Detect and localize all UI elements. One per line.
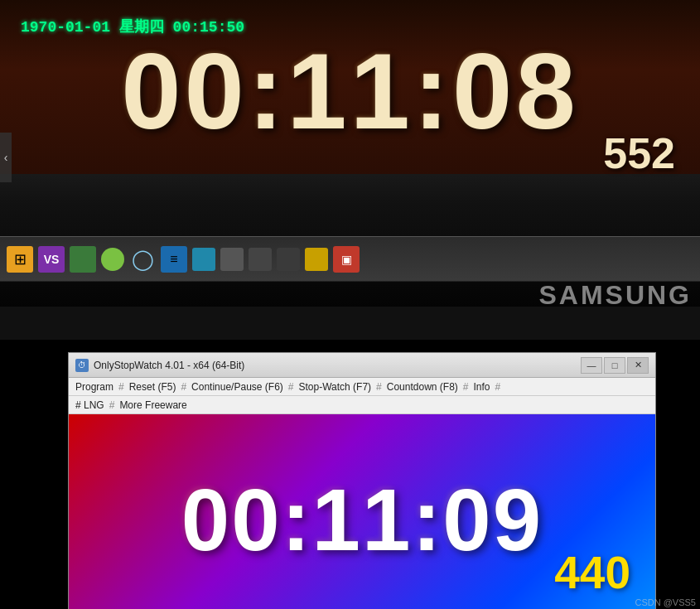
taskbar-icon-teal[interactable] [192, 248, 215, 271]
taskbar-icon-file[interactable]: ≡ [161, 246, 187, 273]
taskbar-icon-green[interactable] [70, 246, 96, 273]
window-app-icon: ⏱ [75, 359, 89, 372]
camera-time-display: 00:11:08 [8, 37, 692, 145]
window-title: OnlyStopWatch 4.01 - x64 (64-Bit) [94, 360, 581, 371]
taskbar-icon-circle[interactable]: ◯ [129, 246, 156, 273]
taskbar-icon-lime[interactable] [101, 248, 124, 271]
menu-sep-4: # [374, 381, 384, 393]
samsung-label: SAMSUNG [538, 280, 692, 311]
menu-info[interactable]: Info [471, 379, 494, 394]
menu-freeware[interactable]: More Freeware [116, 398, 190, 413]
menu-bar: Program # Reset (F5) # Continue/Pause (F… [69, 378, 655, 396]
menu-sep-1: # [117, 381, 126, 393]
stopwatch-display: 00:11:09 440 [69, 414, 655, 609]
taskbar-icon-dark1[interactable] [220, 248, 244, 271]
menu-program[interactable]: Program [72, 379, 117, 394]
menu-sep-7: # [108, 399, 117, 411]
taskbar-icon-vs[interactable]: VS [38, 246, 65, 273]
stopwatch-window: ⏱ OnlyStopWatch 4.01 - x64 (64-Bit) — □ … [68, 352, 656, 609]
minimize-button[interactable]: — [581, 357, 602, 374]
menu-lng[interactable]: # LNG [72, 398, 108, 413]
taskbar-icon-red[interactable]: ▣ [333, 246, 360, 273]
stopwatch-subsecond: 440 [554, 546, 630, 599]
menu-reset[interactable]: Reset (F5) [126, 379, 180, 394]
menu-continue[interactable]: Continue/Pause (F6) [188, 379, 287, 394]
maximize-button[interactable]: □ [604, 357, 625, 374]
window-titlebar: ⏱ OnlyStopWatch 4.01 - x64 (64-Bit) — □ … [69, 353, 655, 378]
menu-countdown[interactable]: Countdown (F8) [384, 379, 461, 394]
window-controls: — □ ✕ [581, 357, 649, 374]
close-button[interactable]: ✕ [627, 357, 649, 374]
camera-bottom-bar [0, 307, 700, 340]
menu-sep-5: # [461, 381, 471, 393]
menu-bar-2: # LNG # More Freeware [69, 396, 655, 414]
taskbar-icon-orange[interactable]: ⊞ [7, 246, 33, 273]
taskbar-icon-dark2[interactable] [249, 248, 272, 271]
menu-stopwatch[interactable]: Stop-Watch (F7) [296, 379, 375, 394]
camera-section: 1970-01-01 星期四 00:15:50 00:11:08 552 ⊞ V… [0, 0, 700, 340]
taskbar: ⊞ VS ◯ ≡ ▣ [0, 236, 700, 282]
menu-sep-2: # [179, 381, 188, 393]
stopwatch-time: 00:11:09 [181, 476, 543, 563]
left-arrow[interactable]: ‹ [0, 133, 12, 182]
taskbar-icon-dark3[interactable] [277, 248, 300, 271]
camera-subsecond: 552 [603, 128, 675, 178]
menu-sep-6: # [494, 381, 503, 393]
csdn-watermark: CSDN @VSS5 [635, 597, 696, 607]
taskbar-icon-yellow[interactable] [305, 248, 328, 271]
menu-sep-3: # [287, 381, 296, 393]
